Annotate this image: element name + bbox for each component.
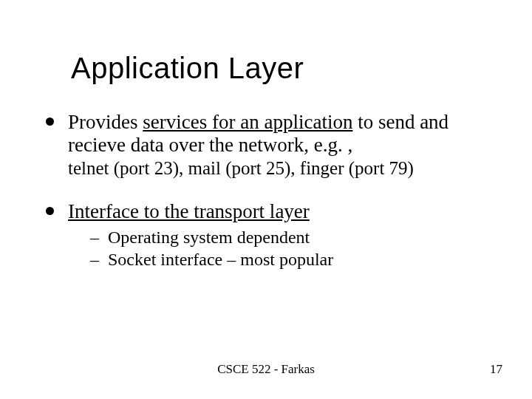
dash-icon: – — [90, 226, 99, 248]
footer-center: CSCE 522 - Farkas — [0, 362, 532, 377]
bullet-text-underlined: Interface to the transport layer — [68, 200, 310, 222]
slide-body: Provides services for an application to … — [46, 111, 482, 291]
bullet-text-pre: Provides — [68, 111, 143, 133]
bullet-text-underlined: services for an application — [143, 111, 352, 133]
bullet-subtext: telnet (port 23), mail (port 25), finger… — [68, 158, 482, 180]
bullet-item: Interface to the transport layer – Opera… — [46, 200, 482, 270]
page-number: 17 — [490, 362, 502, 377]
bullet-dot-icon — [46, 117, 54, 126]
dash-icon: – — [90, 248, 99, 270]
sub-bullet-text: Socket interface – most popular — [108, 250, 333, 269]
sub-bullet-item: – Operating system dependent — [90, 226, 482, 248]
sub-bullet-item: – Socket interface – most popular — [90, 248, 482, 270]
slide: Application Layer Provides services for … — [0, 0, 532, 399]
slide-title: Application Layer — [71, 52, 304, 85]
sub-bullet-text: Operating system dependent — [108, 228, 310, 247]
sub-bullet-group: – Operating system dependent – Socket in… — [68, 226, 482, 270]
bullet-dot-icon — [46, 207, 54, 215]
bullet-item: Provides services for an application to … — [46, 111, 482, 180]
